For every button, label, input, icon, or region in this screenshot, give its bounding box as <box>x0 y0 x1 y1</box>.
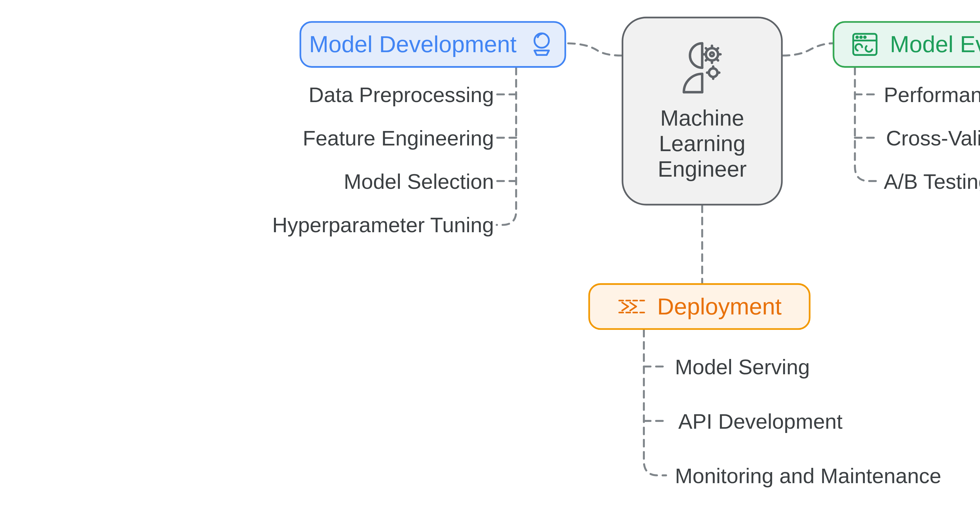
svg-point-25 <box>534 33 549 48</box>
svg-line-18 <box>706 59 708 60</box>
eval-child-0: Performance Metrics <box>884 83 980 107</box>
branch-model-development: Model Development <box>299 21 566 68</box>
svg-line-16 <box>706 48 708 50</box>
branch-deployment: Deployment <box>589 283 810 330</box>
diagram-stage: Machine Learning Engineer Model Developm… <box>277 0 980 522</box>
center-node: Machine Learning Engineer <box>622 17 783 205</box>
svg-line-19 <box>716 48 718 50</box>
branch-label: Model Development <box>309 31 517 58</box>
svg-point-29 <box>860 36 862 38</box>
engineer-gear-icon <box>669 37 735 98</box>
deploy-child-1: API Development <box>678 410 842 433</box>
branch-label: Model Evaluation <box>890 31 980 58</box>
deploy-child-0: Model Serving <box>675 355 810 379</box>
branch-model-evaluation: Model Evaluation <box>833 21 980 68</box>
dev-child-3: Hyperparameter Tuning <box>272 213 494 237</box>
svg-point-28 <box>856 36 858 38</box>
deploy-child-2: Monitoring and Maintenance <box>675 464 941 488</box>
branch-label: Deployment <box>657 293 781 320</box>
browser-metrics-icon <box>850 30 880 60</box>
svg-line-17 <box>716 59 718 60</box>
center-title: Machine Learning Engineer <box>658 105 747 181</box>
svg-point-11 <box>710 53 714 56</box>
pipeline-arrows-icon <box>617 291 647 321</box>
dev-child-0: Data Preprocessing <box>309 83 494 107</box>
eval-child-1: Cross-Validation <box>886 127 980 151</box>
dev-child-1: Feature Engineering <box>302 127 494 151</box>
svg-point-20 <box>709 68 718 77</box>
center-title-l3: Engineer <box>658 156 747 181</box>
dev-child-2: Model Selection <box>344 170 494 194</box>
eval-child-2: A/B Testing <box>884 170 980 194</box>
center-title-l2: Learning <box>659 131 746 155</box>
svg-point-30 <box>864 36 866 38</box>
crystal-ball-icon <box>527 30 557 60</box>
center-title-l1: Machine <box>660 105 744 130</box>
